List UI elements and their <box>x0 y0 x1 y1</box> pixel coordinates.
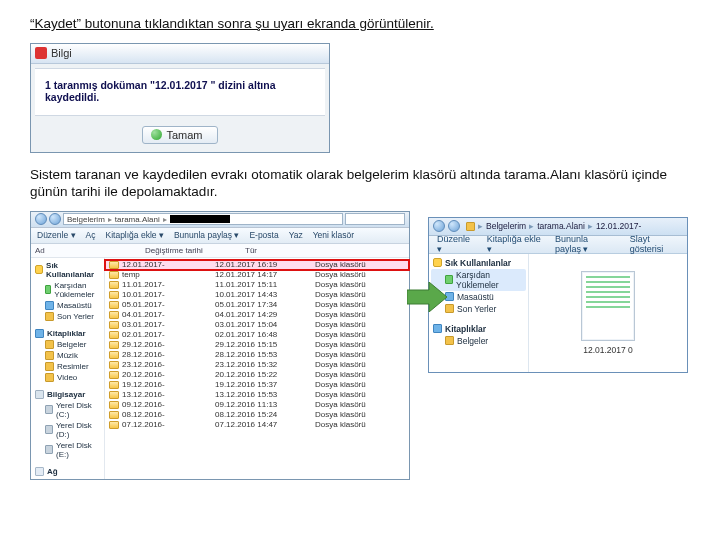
folder-icon <box>109 371 119 379</box>
tb-duzenle[interactable]: Düzenle ▾ <box>37 230 76 240</box>
table-row[interactable]: temp12.01.2017 14:17Dosya klasörü <box>105 270 409 280</box>
table-row[interactable]: 08.12.2016-08.12.2016 15:24Dosya klasörü <box>105 410 409 420</box>
folder-icon <box>45 373 54 382</box>
folder-icon <box>109 331 119 339</box>
address-bar[interactable]: Belgelerim ▸ tarama.Alani ▸ <box>63 213 343 225</box>
table-row[interactable]: 02.01.2017-02.01.2017 16:48Dosya klasörü <box>105 330 409 340</box>
folder-icon <box>109 301 119 309</box>
nav-docs[interactable]: Belgeler <box>31 339 104 350</box>
table-row[interactable]: 05.01.2017-05.01.2017 17:34Dosya klasörü <box>105 300 409 310</box>
dialog-footer: Tamam <box>31 120 329 152</box>
nav-pics[interactable]: Resimler <box>31 361 104 372</box>
nav-c[interactable]: Yerel Disk (C:) <box>31 400 104 420</box>
table-row[interactable]: 07.12.2016-07.12.2016 14:47Dosya klasörü <box>105 420 409 430</box>
folder-icon <box>109 421 119 429</box>
tb2-slayt[interactable]: Slayt gösterisi <box>630 234 679 254</box>
nav-recent[interactable]: Son Yerler <box>31 311 104 322</box>
tb2-duzenle[interactable]: Düzenle ▾ <box>437 234 473 254</box>
tb-kitaplik[interactable]: Kitaplığa ekle ▾ <box>105 230 163 240</box>
crumb2-a[interactable]: Belgelerim <box>486 221 526 231</box>
search-box[interactable] <box>345 213 405 225</box>
nav2-libs[interactable]: Kitaplıklar <box>431 323 526 335</box>
tb-yaz[interactable]: Yaz <box>289 230 303 240</box>
nav-fwd-icon[interactable] <box>49 213 61 225</box>
crumb2-b[interactable]: tarama.Alani <box>537 221 585 231</box>
folder-icon <box>109 351 119 359</box>
nav-back-icon[interactable] <box>35 213 47 225</box>
star-icon <box>433 258 442 267</box>
folder-icon <box>109 261 119 269</box>
nav2-fav[interactable]: Sık Kullanılanlar <box>431 257 526 269</box>
table-row[interactable]: 03.01.2017-03.01.2017 15:04Dosya klasörü <box>105 320 409 330</box>
library-icon <box>35 329 44 338</box>
folder-icon <box>45 351 54 360</box>
tb-eposta[interactable]: E-posta <box>249 230 278 240</box>
nav-downloads[interactable]: Karşıdan Yüklemeler <box>31 280 104 300</box>
info-dialog: Bilgi 1 taranmış doküman "12.01.2017 " d… <box>30 43 330 153</box>
green-arrow-icon <box>407 282 447 312</box>
table-row[interactable]: 13.12.2016-13.12.2016 15:53Dosya klasörü <box>105 390 409 400</box>
folder-icon <box>45 340 54 349</box>
tb-yeni[interactable]: Yeni klasör <box>313 230 354 240</box>
table-row[interactable]: 19.12.2016-19.12.2016 15:37Dosya klasörü <box>105 380 409 390</box>
folder-icon <box>109 411 119 419</box>
nav-video[interactable]: Video <box>31 372 104 383</box>
network-icon <box>35 467 44 476</box>
desktop-icon <box>45 301 54 310</box>
download-icon <box>45 285 51 294</box>
table-row[interactable]: 29.12.2016-29.12.2016 15:15Dosya klasörü <box>105 340 409 350</box>
folder-icon <box>109 291 119 299</box>
nav-net[interactable]: Ağ <box>31 466 104 477</box>
star-icon <box>35 265 43 274</box>
tb-ac[interactable]: Aç <box>86 230 96 240</box>
tb2-kitaplik[interactable]: Kitaplığa ekle ▾ <box>487 234 541 254</box>
explorer2-header: ▸ Belgelerim ▸ tarama.Alani ▸ 12.01.2017… <box>429 218 687 236</box>
nav-libs[interactable]: Kitaplıklar <box>31 328 104 339</box>
nav-pane-2: Sık Kullanılanlar Karşıdan Yüklemeler Ma… <box>429 254 529 372</box>
nav2-docs[interactable]: Belgeler <box>431 335 526 347</box>
table-row[interactable]: 12.01.2017-12.01.2017 16:19Dosya klasörü <box>105 260 409 270</box>
ok-button[interactable]: Tamam <box>142 126 217 144</box>
nav-fav[interactable]: Sık Kullanılanlar <box>31 260 104 280</box>
thumbnail-area: 12.01.2017 0 <box>529 254 687 372</box>
table-row[interactable]: 09.12.2016-09.12.2016 11:13Dosya klasörü <box>105 400 409 410</box>
svg-marker-0 <box>407 282 447 312</box>
drive-icon <box>45 445 53 454</box>
table-row[interactable]: 23.12.2016-23.12.2016 15:32Dosya klasörü <box>105 360 409 370</box>
table-row[interactable]: 04.01.2017-04.01.2017 14:29Dosya klasörü <box>105 310 409 320</box>
tb2-paylas[interactable]: Bununla paylaş ▾ <box>555 234 616 254</box>
col-tarih[interactable]: Değiştirme tarihi <box>145 246 245 255</box>
folder-icon <box>109 391 119 399</box>
nav-music[interactable]: Müzik <box>31 350 104 361</box>
folder-icon <box>109 381 119 389</box>
thumb-caption: 12.01.2017 0 <box>583 345 633 355</box>
check-icon <box>151 129 162 140</box>
nav-back-icon[interactable] <box>433 220 445 232</box>
column-headers: Ad Değiştirme tarihi Tür <box>31 244 409 258</box>
explorer-pane: Sık Kullanılanlar Karşıdan Yüklemeler Ma… <box>31 258 409 479</box>
nav-d[interactable]: Yerel Disk (D:) <box>31 420 104 440</box>
folder-icon <box>109 271 119 279</box>
table-row[interactable]: 20.12.2016-20.12.2016 15:22Dosya klasörü <box>105 370 409 380</box>
folder-icon <box>45 362 54 371</box>
table-row[interactable]: 28.12.2016-28.12.2016 15:53Dosya klasörü <box>105 350 409 360</box>
tb-paylas[interactable]: Bununla paylaş ▾ <box>174 230 240 240</box>
folder-icon <box>445 336 454 345</box>
nav-pc[interactable]: Bilgisayar <box>31 389 104 400</box>
nav-e[interactable]: Yerel Disk (E:) <box>31 440 104 460</box>
drive-icon <box>45 405 53 414</box>
ok-label: Tamam <box>166 129 202 141</box>
document-thumb[interactable] <box>581 271 635 341</box>
crumb2-c[interactable]: 12.01.2017- <box>596 221 641 231</box>
col-tur[interactable]: Tür <box>245 246 335 255</box>
nav-pane: Sık Kullanılanlar Karşıdan Yüklemeler Ma… <box>31 258 105 479</box>
explorer-header: Belgelerim ▸ tarama.Alani ▸ <box>31 212 409 228</box>
computer-icon <box>35 390 44 399</box>
table-row[interactable]: 10.01.2017-10.01.2017 14:43Dosya klasörü <box>105 290 409 300</box>
dialog-titlebar: Bilgi <box>31 44 329 64</box>
nav-fwd-icon[interactable] <box>448 220 460 232</box>
table-row[interactable]: 11.01.2017-11.01.2017 15:11Dosya klasörü <box>105 280 409 290</box>
nav-desktop[interactable]: Masaüstü <box>31 300 104 311</box>
col-ad[interactable]: Ad <box>35 246 145 255</box>
explorer2-toolbar: Düzenle ▾ Kitaplığa ekle ▾ Bununla payla… <box>429 236 687 254</box>
